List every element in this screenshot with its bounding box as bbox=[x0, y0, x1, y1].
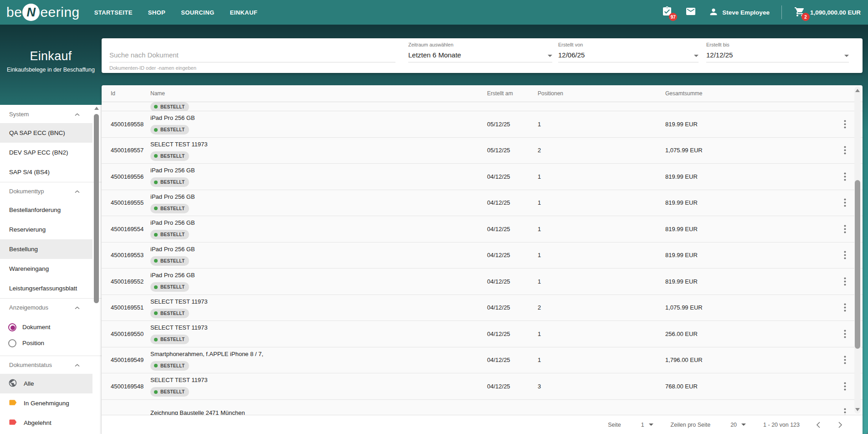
sidebar-item-reservierung[interactable]: Reservierung bbox=[0, 220, 92, 239]
scroll-down-icon[interactable] bbox=[855, 408, 860, 411]
nav-sourcing[interactable]: SOURCING bbox=[181, 9, 214, 16]
zeitraum-select[interactable]: Zeitraum auswählen Letzten 6 Monate bbox=[408, 38, 552, 73]
section-header-anzeigemodus[interactable]: Anzeigemodus bbox=[0, 298, 102, 316]
sidebar-item-status-abgelehnt[interactable]: Abgelehnt bbox=[0, 413, 92, 433]
table-row[interactable]: 4500169553 iPad Pro 256 GB BESTELLT 04/1… bbox=[102, 243, 863, 269]
nav-startseite[interactable]: STARTSEITE bbox=[94, 9, 133, 16]
status-badge: BESTELLT bbox=[150, 335, 189, 344]
status-badge: BESTELLT bbox=[150, 204, 189, 213]
page-select[interactable]: 1 bbox=[641, 422, 653, 428]
erstellt-bis-value: 12/12/25 bbox=[706, 51, 733, 59]
table-row[interactable]: 4500169558 iPad Pro 256 GB BESTELLT 05/1… bbox=[102, 111, 863, 138]
row-name: iPad Pro 256 GB bbox=[150, 219, 487, 227]
table-row[interactable]: 4500169551 SELECT TEST 11973 BESTELLT 04… bbox=[102, 295, 863, 321]
row-name: iPad Pro 256 GB bbox=[150, 246, 487, 253]
table-row-partial[interactable]: BESTELLT bbox=[102, 102, 863, 111]
cart-button[interactable]: 2 1,090,000.00 EUR bbox=[794, 6, 861, 18]
table-row[interactable]: 4500169552 iPad Pro 256 GB BESTELLT 04/1… bbox=[102, 269, 863, 295]
status-badge: BESTELLT bbox=[150, 361, 189, 371]
sidebar-item-wareneingang[interactable]: Wareneingang bbox=[0, 259, 92, 279]
row-name: SELECT TEST 11973 bbox=[150, 298, 487, 305]
sidebar-item-bestellanforderung[interactable]: Bestellanforderung bbox=[0, 200, 92, 220]
logo[interactable]: be N eering bbox=[6, 4, 80, 21]
row-date: 04/12/25 bbox=[487, 226, 538, 232]
sidebar-scrollbar[interactable] bbox=[93, 106, 99, 320]
status-badge: BESTELLT bbox=[150, 125, 189, 134]
row-menu-button[interactable] bbox=[837, 352, 853, 368]
prev-page-button[interactable] bbox=[812, 418, 825, 432]
table-row[interactable]: 4500169555 iPad Pro 256 GB BESTELLT 04/1… bbox=[102, 190, 863, 217]
row-menu-button[interactable] bbox=[837, 221, 853, 237]
radio-position[interactable]: Position bbox=[0, 335, 102, 351]
row-positions: 2 bbox=[538, 147, 665, 154]
row-positions: 1 bbox=[538, 278, 665, 285]
status-dot-icon bbox=[154, 285, 158, 289]
row-menu-button[interactable] bbox=[837, 248, 853, 263]
tasks-button[interactable]: 97 bbox=[661, 6, 673, 18]
sidebar-item-dev-sap-ecc-bn2[interactable]: DEV SAP ECC (BN2) bbox=[0, 143, 92, 162]
row-name: Smartphonerahmen, f.APPLE iPhone 8 / 7, bbox=[150, 351, 487, 358]
table-row[interactable]: 4500169556 iPad Pro 256 GB BESTELLT 04/1… bbox=[102, 164, 863, 190]
status-dot-icon bbox=[154, 128, 158, 132]
sidebar-scrollbar-thumb[interactable] bbox=[94, 114, 99, 303]
sidebar-item-bestellung[interactable]: Bestellung bbox=[0, 239, 92, 259]
table-scrollbar-thumb[interactable] bbox=[855, 180, 860, 349]
row-menu-button[interactable] bbox=[837, 405, 853, 415]
table-header: Id Name Erstellt am Positionen Gesamtsum… bbox=[102, 85, 863, 102]
row-total: 768.00 EUR bbox=[665, 383, 834, 390]
row-id: 4500169556 bbox=[111, 173, 150, 180]
row-name: SELECT TEST 11973 bbox=[150, 141, 487, 148]
row-menu-button[interactable] bbox=[837, 169, 853, 184]
table-row[interactable]: 4500169550 SELECT TEST 11973 BESTELLT 04… bbox=[102, 321, 863, 347]
row-total: 819.99 EUR bbox=[665, 226, 834, 232]
table-row[interactable]: 4500169554 iPad Pro 256 GB BESTELLT 04/1… bbox=[102, 216, 863, 243]
row-menu-button[interactable] bbox=[837, 274, 853, 289]
row-id: 4500169553 bbox=[111, 252, 150, 258]
table-row[interactable]: 4500169557 SELECT TEST 11973 BESTELLT 05… bbox=[102, 138, 863, 164]
globe-icon bbox=[8, 378, 17, 389]
row-menu-button[interactable] bbox=[837, 116, 853, 132]
sidebar-item-status-in-genehmigung[interactable]: In Genehmigung bbox=[0, 393, 92, 413]
nav-einkauf[interactable]: EINKAUF bbox=[230, 9, 257, 16]
sidebar-item-leistungserfassungsblatt[interactable]: Leistungserfassungsblatt bbox=[0, 279, 92, 298]
col-erstellt: Erstellt am bbox=[487, 90, 538, 97]
row-total: 819.99 EUR bbox=[665, 121, 834, 128]
row-date: 04/12/25 bbox=[487, 173, 538, 180]
sidebar-item-qa-sap-ecc-bnc[interactable]: QA SAP ECC (BNC) bbox=[0, 123, 92, 143]
row-menu-button[interactable] bbox=[837, 300, 853, 315]
row-menu-button[interactable] bbox=[837, 326, 853, 341]
mail-button[interactable] bbox=[685, 6, 697, 18]
nav-shop[interactable]: SHOP bbox=[148, 9, 165, 16]
row-date: 04/12/25 bbox=[487, 278, 538, 285]
row-date: 04/12/25 bbox=[487, 304, 538, 311]
table-row[interactable]: Zeichnung Baustelle 2471 München bbox=[102, 400, 863, 415]
search-input[interactable] bbox=[109, 49, 395, 60]
table-row[interactable]: 4500169548 SELECT TEST 11973 BESTELLT 04… bbox=[102, 373, 863, 400]
section-header-dokumentstatus[interactable]: Dokumentstatus bbox=[0, 356, 102, 374]
scroll-up-icon[interactable] bbox=[855, 89, 860, 92]
next-page-button[interactable] bbox=[833, 418, 847, 432]
radio-dokument[interactable]: Dokument bbox=[0, 319, 102, 335]
row-menu-button[interactable] bbox=[837, 143, 853, 158]
user-menu[interactable]: Steve Employee bbox=[709, 7, 770, 18]
table-scrollbar[interactable] bbox=[854, 87, 861, 413]
filter-sidebar: System QA SAP ECC (BNC) DEV SAP ECC (BN2… bbox=[0, 105, 102, 434]
row-menu-button[interactable] bbox=[837, 378, 853, 394]
user-name: Steve Employee bbox=[722, 9, 770, 16]
erstellt-bis-datepicker[interactable]: Erstellt bis 12/12/25 bbox=[706, 38, 849, 73]
section-header-system[interactable]: System bbox=[0, 105, 102, 123]
scroll-up-icon[interactable] bbox=[94, 107, 99, 110]
status-dot-icon bbox=[154, 105, 158, 108]
section-header-dokumenttyp[interactable]: Dokumenttyp bbox=[0, 182, 102, 200]
sidebar-item-status-alle[interactable]: Alle bbox=[0, 374, 92, 393]
zeitraum-value: Letzten 6 Monate bbox=[408, 51, 461, 59]
row-date: 04/12/25 bbox=[487, 356, 538, 363]
search-card: Dokumenten-ID oder -namen eingeben Zeitr… bbox=[102, 38, 863, 73]
table-row[interactable]: 4500169549 Smartphonerahmen, f.APPLE iPh… bbox=[102, 347, 863, 374]
page-title: Einkauf bbox=[0, 49, 102, 63]
erstellt-von-datepicker[interactable]: Erstellt von 12/06/25 bbox=[558, 38, 699, 73]
row-menu-button[interactable] bbox=[837, 195, 853, 211]
rows-per-page-select[interactable]: 20 bbox=[730, 422, 746, 428]
row-positions: 1 bbox=[538, 121, 665, 128]
sidebar-item-sap-s4-bs4[interactable]: SAP S/4 (BS4) bbox=[0, 162, 92, 182]
